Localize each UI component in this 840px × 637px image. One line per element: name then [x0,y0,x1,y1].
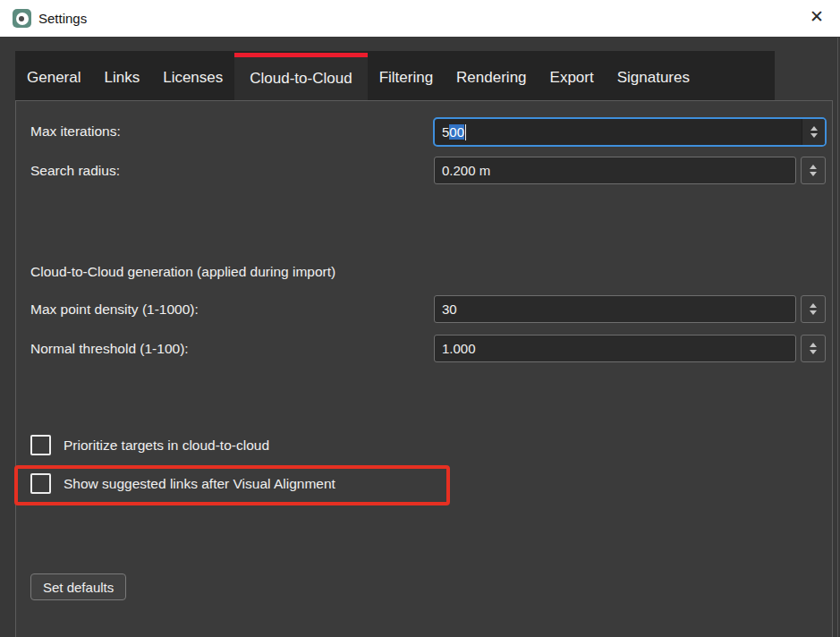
tab-cloud-to-cloud[interactable]: Cloud-to-Cloud [234,53,367,100]
show-suggested-links-label: Show suggested links after Visual Alignm… [64,476,335,492]
settings-tab-bar: General Links Licenses Cloud-to-Cloud Fi… [15,51,775,100]
generation-section-header: Cloud-to-Cloud generation (applied durin… [30,264,335,280]
app-logo-icon [13,9,31,28]
normal-threshold-input[interactable] [434,335,796,362]
spin-up-icon[interactable] [810,126,818,131]
spin-up-icon[interactable] [810,343,817,347]
max-iterations-stepper[interactable] [802,119,825,145]
max-iterations-value[interactable]: 500 [435,119,802,145]
value-selected: 00 [449,124,464,140]
max-iterations-label: Max iterations: [30,123,121,140]
text-caret [465,124,467,140]
prioritize-targets-label: Prioritize targets in cloud-to-cloud [64,437,269,454]
spin-up-icon[interactable] [810,165,817,169]
window-title: Settings [38,11,87,26]
spin-down-icon[interactable] [810,350,817,354]
spin-down-icon[interactable] [810,172,817,176]
tab-signatures[interactable]: Signatures [606,51,701,100]
max-point-density-label: Max point density (1-1000): [30,302,199,318]
show-suggested-links-checkbox[interactable] [30,473,51,494]
close-icon[interactable]: ✕ [799,0,835,32]
cloud-to-cloud-panel: Max iterations: 500 Search radius: Cloud… [15,100,833,637]
spin-down-icon[interactable] [810,133,818,138]
tab-rendering[interactable]: Rendering [445,51,538,100]
normal-threshold-spinbox [434,335,826,362]
tab-general[interactable]: General [15,51,92,100]
spin-up-icon[interactable] [810,303,817,308]
tab-filtering[interactable]: Filtering [368,51,445,100]
tab-export[interactable]: Export [539,51,606,100]
normal-threshold-label: Normal threshold (1-100): [30,341,189,357]
search-radius-spinbox [434,157,826,184]
max-point-density-spinbox [434,295,826,323]
title-bar: Settings ✕ [0,0,840,37]
spin-down-icon[interactable] [810,310,817,315]
normal-threshold-stepper[interactable] [801,335,826,362]
value-unselected: 5 [442,124,449,140]
prioritize-targets-row[interactable]: Prioritize targets in cloud-to-cloud [30,435,269,455]
max-point-density-input[interactable] [434,295,796,323]
show-suggested-links-row[interactable]: Show suggested links after Visual Alignm… [30,473,335,494]
tab-links[interactable]: Links [92,51,151,100]
prioritize-targets-checkbox[interactable] [30,435,51,455]
set-defaults-button[interactable]: Set defaults [30,573,126,600]
search-radius-input[interactable] [434,157,796,184]
max-iterations-input[interactable]: 500 [433,117,827,147]
search-radius-label: Search radius: [30,163,120,179]
window-right-edge [837,38,838,637]
max-point-density-stepper[interactable] [801,295,826,323]
tab-licenses[interactable]: Licenses [151,51,234,100]
search-radius-stepper[interactable] [801,157,826,184]
